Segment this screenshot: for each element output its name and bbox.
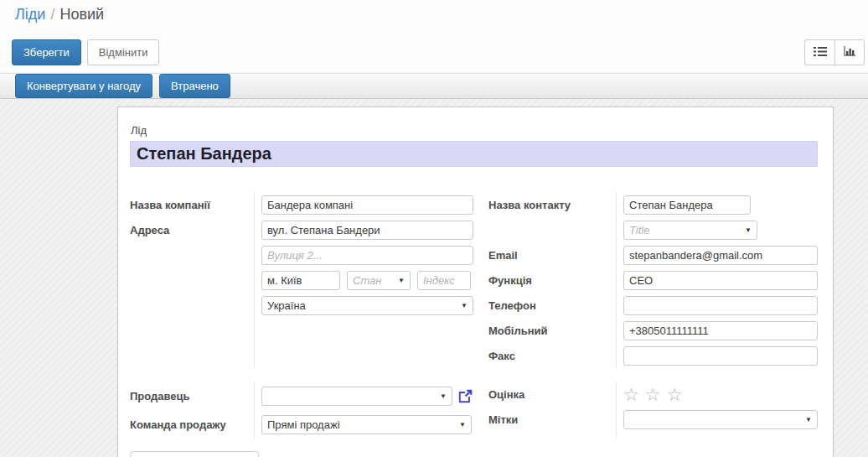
top-bar: Ліди/Новий ЗберегтиВідмінити bbox=[0, 0, 868, 74]
state-select[interactable]: Стан ▼ bbox=[347, 271, 411, 290]
dropdown-arrow-icon: ▼ bbox=[745, 226, 752, 234]
email-label: Email bbox=[488, 249, 518, 262]
fax-input[interactable] bbox=[623, 346, 818, 366]
status-bar: Конвертувати у нагоду Втрачено bbox=[0, 73, 868, 99]
breadcrumb-current: Новий bbox=[59, 6, 104, 23]
breadcrumb: Ліди/Новий bbox=[15, 6, 104, 23]
address-label: Адреса bbox=[130, 224, 169, 236]
rating-widget: ☆ ☆ ☆ bbox=[623, 386, 682, 403]
city-input[interactable] bbox=[261, 271, 340, 290]
mobile-input[interactable] bbox=[623, 321, 818, 340]
list-view-icon bbox=[814, 45, 827, 60]
dropdown-arrow-icon: ▼ bbox=[398, 277, 405, 284]
contact-name-label: Назва контакту bbox=[488, 199, 571, 211]
convert-to-opportunity-button[interactable]: Конвертувати у нагоду bbox=[15, 74, 152, 98]
external-link-icon bbox=[457, 388, 473, 404]
sales-team-label: Команда продажу bbox=[130, 418, 226, 431]
contact-title-select[interactable]: Title ▼ bbox=[623, 221, 757, 240]
salesperson-select[interactable]: ▼ bbox=[261, 387, 452, 406]
breadcrumb-leads-link[interactable]: Ліди bbox=[15, 6, 45, 23]
zip-input[interactable] bbox=[417, 271, 471, 290]
mark-lost-button[interactable]: Втрачено bbox=[159, 74, 230, 98]
right-column-sales: Оцінка Мітки ☆ ☆ ☆ ▼ bbox=[488, 382, 818, 439]
graph-view-icon bbox=[843, 45, 856, 60]
save-button[interactable]: Зберегти bbox=[12, 39, 81, 65]
list-view-button[interactable] bbox=[804, 39, 834, 65]
phone-label: Телефон bbox=[488, 299, 536, 312]
star-icon[interactable]: ☆ bbox=[623, 386, 639, 403]
country-select[interactable]: Україна ▼ bbox=[261, 296, 473, 315]
dropdown-arrow-icon: ▼ bbox=[459, 421, 466, 428]
notebook-tab-partial[interactable] bbox=[130, 451, 259, 457]
dropdown-arrow-icon: ▼ bbox=[805, 416, 812, 423]
graph-view-button[interactable] bbox=[834, 39, 865, 65]
open-record-button[interactable] bbox=[457, 388, 473, 404]
star-icon[interactable]: ☆ bbox=[645, 386, 661, 403]
tags-label: Мітки bbox=[488, 413, 518, 426]
street-input[interactable] bbox=[261, 221, 473, 240]
dropdown-arrow-icon: ▼ bbox=[440, 392, 447, 400]
discard-button[interactable]: Відмінити bbox=[87, 39, 160, 65]
star-icon[interactable]: ☆ bbox=[667, 386, 683, 403]
breadcrumb-separator: / bbox=[50, 6, 54, 23]
form-sheet: Лід Назва компанії Адреса bbox=[117, 106, 834, 457]
email-input[interactable] bbox=[623, 246, 818, 265]
tags-select[interactable]: ▼ bbox=[623, 410, 818, 429]
function-label: Функція bbox=[488, 274, 532, 287]
left-column-sales: Продавець Команда продажу ▼ bbox=[130, 382, 473, 439]
right-column: Назва контакту Email Функція Телефон Моб… bbox=[488, 192, 818, 368]
lead-name-input[interactable] bbox=[130, 141, 818, 167]
form-group-sales: Продавець Команда продажу ▼ bbox=[130, 382, 816, 439]
company-name-label: Назва компанії bbox=[130, 199, 210, 211]
street2-input[interactable] bbox=[261, 246, 473, 265]
phone-input[interactable] bbox=[623, 296, 818, 315]
rating-label: Оцінка bbox=[488, 388, 524, 401]
view-switcher bbox=[804, 39, 865, 65]
sales-team-select[interactable]: Прямі продажі ▼ bbox=[261, 415, 472, 434]
mobile-label: Мобільний bbox=[488, 325, 548, 337]
fax-label: Факс bbox=[488, 350, 515, 362]
form-group-main: Назва компанії Адреса Стан bbox=[130, 192, 816, 368]
lead-section-label: Лід bbox=[131, 124, 816, 137]
main-content: Лід Назва компанії Адреса bbox=[0, 99, 868, 457]
dropdown-arrow-icon: ▼ bbox=[461, 302, 468, 309]
form-toolbar: ЗберегтиВідмінити bbox=[12, 39, 165, 65]
function-input[interactable] bbox=[623, 271, 818, 290]
contact-name-input[interactable] bbox=[623, 195, 751, 215]
salesperson-label: Продавець bbox=[130, 390, 190, 402]
company-name-input[interactable] bbox=[261, 195, 473, 215]
left-column: Назва компанії Адреса Стан bbox=[130, 192, 473, 368]
